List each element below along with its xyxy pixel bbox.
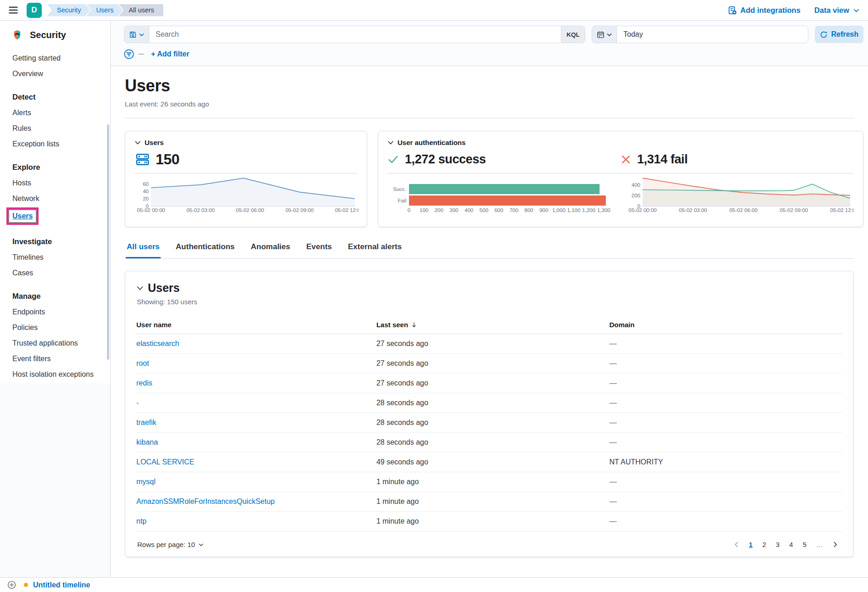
sidebar-scrollbar[interactable] bbox=[107, 124, 109, 360]
sidebar-item-event-filters[interactable]: Event filters bbox=[12, 355, 51, 363]
refresh-button[interactable]: Refresh bbox=[815, 26, 863, 43]
table-row: mysql 1 minute ago — bbox=[136, 472, 842, 492]
user-name-link[interactable]: kibana bbox=[136, 438, 158, 446]
tab-anomalies[interactable]: Anomalies bbox=[250, 240, 291, 258]
table-row: - 28 seconds ago — bbox=[136, 393, 842, 413]
saved-query-menu-button[interactable] bbox=[124, 26, 149, 43]
kpi-cards-row: Users 150 020406005-02 00:0005-02 03:000… bbox=[125, 131, 854, 227]
svg-text:Fail: Fail bbox=[398, 198, 406, 203]
date-quick-select-button[interactable] bbox=[592, 26, 617, 43]
auth-fail-value: 1,314 fail bbox=[637, 152, 688, 167]
user-name-link[interactable]: root bbox=[136, 359, 149, 367]
sidebar-item-hosts[interactable]: Hosts bbox=[12, 179, 31, 187]
data-view-selector[interactable]: Data view bbox=[814, 6, 860, 15]
page-number-button[interactable]: 3 bbox=[772, 539, 783, 550]
breadcrumb-users[interactable]: Users bbox=[86, 4, 123, 17]
page-number-button[interactable]: 1 bbox=[745, 539, 756, 550]
sidebar-item-policies[interactable]: Policies bbox=[12, 324, 38, 331]
table-row: AmazonSSMRoleForInstancesQuickSetup 1 mi… bbox=[136, 492, 842, 512]
user-name-link[interactable]: AmazonSSMRoleForInstancesQuickSetup bbox=[136, 497, 274, 505]
timeline-bottom-bar[interactable]: Untitled timeline bbox=[0, 577, 868, 592]
svg-text:500: 500 bbox=[480, 207, 488, 213]
page-number-button[interactable]: 2 bbox=[759, 539, 770, 550]
users-table-accordion[interactable]: Users bbox=[136, 281, 842, 295]
user-name-link[interactable]: traefik bbox=[136, 419, 157, 426]
column-header-domain[interactable]: Domain bbox=[609, 318, 842, 334]
table-row: elasticsearch 27 seconds ago — bbox=[136, 334, 842, 354]
filter-row: + Add filter bbox=[124, 43, 863, 66]
user-name-link[interactable]: - bbox=[136, 399, 139, 407]
user-name-link[interactable]: mysql bbox=[136, 478, 156, 486]
query-bar-area: KQL bbox=[111, 21, 868, 66]
svg-text:05-02 12:00: 05-02 12:00 bbox=[830, 207, 854, 213]
last-seen-value: 27 seconds ago bbox=[376, 354, 610, 374]
user-authentications-kpi-card: User authentications 1,272 success bbox=[378, 131, 863, 227]
page-number-button[interactable]: 5 bbox=[799, 539, 810, 550]
search-input[interactable] bbox=[149, 26, 561, 43]
user-name-link[interactable]: ntp bbox=[136, 517, 146, 525]
svg-text:200: 200 bbox=[632, 193, 640, 198]
sidebar-item-users[interactable]: Users bbox=[8, 209, 37, 223]
next-page-button[interactable] bbox=[829, 539, 841, 550]
date-range-value[interactable]: Today bbox=[617, 26, 808, 43]
sidebar-item-overview[interactable]: Overview bbox=[12, 70, 43, 78]
sidebar-item-blocklist[interactable]: Blocklist bbox=[12, 386, 39, 394]
svg-text:60: 60 bbox=[143, 181, 149, 187]
auth-kpi-accordion[interactable]: User authentications bbox=[387, 139, 854, 146]
showing-count: Showing: 150 users bbox=[137, 298, 842, 306]
table-pagination: Rows per page: 10 bbox=[136, 539, 842, 550]
sidebar-item-alerts[interactable]: Alerts bbox=[12, 109, 31, 117]
breadcrumb: Security Users All users bbox=[51, 4, 163, 17]
svg-text:600: 600 bbox=[494, 207, 503, 213]
sidebar-item-endpoints[interactable]: Endpoints bbox=[12, 308, 45, 316]
tab-all-users[interactable]: All users bbox=[126, 240, 161, 258]
column-header-last-seen[interactable]: Last seen bbox=[376, 318, 610, 334]
svg-text:05-02 06:00: 05-02 06:00 bbox=[729, 207, 757, 213]
check-icon bbox=[387, 154, 399, 165]
add-filter-button[interactable]: + Add filter bbox=[151, 50, 189, 58]
filter-icon[interactable] bbox=[124, 49, 134, 59]
last-seen-value: 27 seconds ago bbox=[376, 334, 610, 354]
users-kpi-accordion[interactable]: Users bbox=[134, 139, 358, 146]
last-seen-value: 27 seconds ago bbox=[376, 374, 610, 393]
rows-per-page-selector[interactable]: Rows per page: 10 bbox=[137, 541, 204, 548]
sidebar-item-trusted-applications[interactable]: Trusted applications bbox=[12, 339, 78, 347]
sidebar-item-rules[interactable]: Rules bbox=[12, 124, 31, 132]
filter-divider bbox=[139, 54, 144, 55]
sidebar-item-cases[interactable]: Cases bbox=[12, 269, 33, 277]
svg-text:05-02 06:00: 05-02 06:00 bbox=[236, 207, 264, 213]
sidebar-item-network[interactable]: Network bbox=[12, 195, 39, 202]
user-name-link[interactable]: redis bbox=[136, 379, 152, 387]
tab-authentications[interactable]: Authentications bbox=[175, 240, 235, 258]
chevron-down-icon bbox=[198, 542, 204, 547]
menu-button[interactable] bbox=[8, 5, 18, 15]
svg-text:40: 40 bbox=[143, 189, 149, 194]
last-event-text: Last event: 26 seconds ago bbox=[125, 100, 854, 108]
last-seen-value: 1 minute ago bbox=[376, 512, 610, 531]
table-row: kibana 28 seconds ago — bbox=[136, 433, 842, 452]
sidebar-item-exception-lists[interactable]: Exception lists bbox=[12, 140, 59, 148]
add-integrations-link[interactable]: Add integrations bbox=[728, 6, 801, 15]
chevron-down-icon bbox=[853, 7, 860, 14]
breadcrumb-security[interactable]: Security bbox=[47, 4, 90, 17]
svg-text:1,000: 1,000 bbox=[552, 207, 566, 213]
sidebar-item-host-isolation-exceptions[interactable]: Host isolation exceptions bbox=[12, 370, 94, 378]
chevron-down-icon bbox=[139, 32, 145, 38]
last-seen-value: 49 seconds ago bbox=[376, 452, 610, 472]
sidebar-item-timelines[interactable]: Timelines bbox=[12, 253, 44, 261]
tab-events[interactable]: Events bbox=[305, 240, 333, 258]
domain-value: — bbox=[609, 413, 842, 433]
add-integrations-label: Add integrations bbox=[740, 6, 801, 15]
user-name-link[interactable]: LOCAL SERVICE bbox=[136, 458, 194, 466]
sidebar-item-getting-started[interactable]: Getting started bbox=[12, 54, 61, 62]
previous-page-button[interactable] bbox=[730, 539, 743, 550]
kql-language-button[interactable]: KQL bbox=[561, 26, 585, 43]
column-header-user-name[interactable]: User name bbox=[136, 318, 376, 334]
user-name-link[interactable]: elasticsearch bbox=[136, 340, 179, 347]
table-row: root 27 seconds ago — bbox=[136, 354, 842, 374]
page-number-button[interactable]: 4 bbox=[785, 539, 796, 550]
space-avatar[interactable]: D bbox=[27, 3, 42, 18]
svg-text:1,100: 1,100 bbox=[567, 207, 581, 213]
chevron-left-icon bbox=[733, 541, 740, 548]
tab-external-alerts[interactable]: External alerts bbox=[347, 240, 403, 258]
